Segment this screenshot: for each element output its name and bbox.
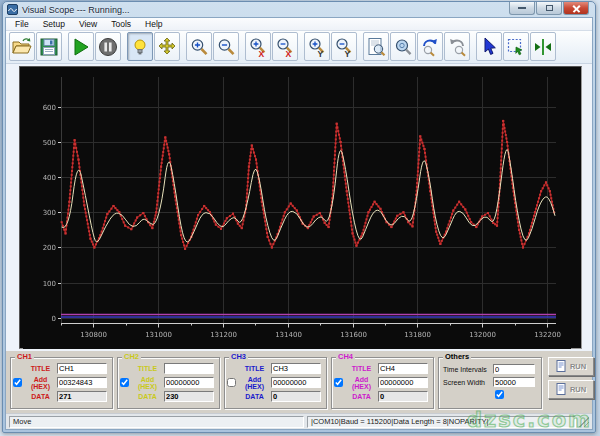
add-hex-label: Add (HEX) [238, 376, 271, 390]
ch3-add-hex-checkbox[interactable] [227, 378, 236, 387]
waveform-canvas[interactable] [23, 69, 571, 349]
channel-legend: CH3 [229, 353, 248, 361]
pause-button[interactable] [95, 32, 121, 61]
zoom-y-in-icon: Y [307, 37, 327, 57]
zoom-page-button[interactable] [363, 32, 389, 61]
ch4-title-input[interactable] [378, 363, 428, 374]
svg-text:Y: Y [318, 48, 324, 57]
channel-panel-ch1: CH1 TITLE Add (HEX) DATA [10, 357, 113, 409]
screen-width-input[interactable] [493, 377, 535, 387]
menu-file[interactable]: File [8, 18, 36, 31]
light-toggle-button[interactable] [127, 32, 153, 61]
menu-tools[interactable]: Tools [104, 18, 138, 31]
run-button-2[interactable]: RUN [548, 380, 594, 399]
data-label: DATA [131, 393, 164, 400]
ch1-title-input[interactable] [57, 363, 107, 374]
zoom-window-icon [393, 37, 413, 57]
plot-area[interactable] [19, 66, 582, 349]
others-panel: Others Time Intervals Screen Width [438, 357, 542, 409]
save-button[interactable] [36, 32, 62, 61]
zoom-redo-button[interactable] [444, 32, 470, 61]
ch3-add-hex-input[interactable] [271, 377, 321, 388]
select-region-icon [506, 37, 526, 57]
ch2-title-input[interactable] [164, 363, 214, 374]
menu-setup[interactable]: Setup [36, 18, 72, 31]
pause-icon [98, 37, 118, 57]
maximize-icon [546, 5, 553, 11]
ch2-add-hex-checkbox[interactable] [120, 378, 129, 387]
status-left: Move [9, 416, 304, 428]
open-button[interactable] [9, 32, 35, 61]
ch2-data-value [164, 391, 214, 402]
window-titlebar: Visual Scope --- Running... [3, 2, 595, 17]
zoom-y-in-button[interactable]: Y [304, 32, 330, 61]
run-buttons-column: RUN RUN [548, 357, 594, 403]
zoom-x-out-button[interactable]: X [272, 32, 298, 61]
zoom-redo-icon [447, 37, 467, 57]
menu-view[interactable]: View [72, 18, 104, 31]
minimize-icon [518, 7, 526, 9]
ch4-add-hex-checkbox[interactable] [334, 378, 343, 387]
status-connection: |COM10|Baud = 115200|Data Length = 8|NOP… [307, 416, 576, 428]
ch4-add-hex-input[interactable] [378, 377, 428, 388]
run-start-button[interactable] [68, 32, 94, 61]
channel-legend: CH1 [15, 353, 34, 361]
ch1-add-hex-checkbox[interactable] [13, 378, 22, 387]
zoom-window-button[interactable] [390, 32, 416, 61]
title-label: TITLE [238, 365, 271, 372]
zoom-x-in-button[interactable]: X [245, 32, 271, 61]
resize-grip-icon[interactable] [579, 417, 589, 427]
zoom-undo-icon [420, 37, 440, 57]
markers-button[interactable] [530, 32, 556, 61]
menu-help[interactable]: Help [138, 18, 169, 31]
folder-open-icon [12, 37, 32, 57]
maximize-button[interactable] [536, 2, 562, 15]
close-button[interactable] [563, 2, 589, 15]
zoom-out-icon [216, 37, 236, 57]
zoom-page-icon [366, 37, 386, 57]
zoom-out-button[interactable] [213, 32, 239, 61]
svg-text:Y: Y [345, 48, 351, 57]
app-icon [7, 4, 18, 15]
markers-icon [533, 37, 553, 57]
channel-panel-ch2: CH2 TITLE Add (HEX) DATA [117, 357, 220, 409]
move-button[interactable] [154, 32, 180, 61]
zoom-x-out-icon: X [275, 37, 295, 57]
window-title: Visual Scope --- Running... [22, 5, 129, 15]
window-client: File Setup View Tools Help X X Y Y [5, 17, 593, 430]
zoom-y-out-icon: Y [334, 37, 354, 57]
data-label: DATA [238, 393, 271, 400]
add-hex-label: Add (HEX) [24, 376, 57, 390]
zoom-in-button[interactable] [186, 32, 212, 61]
move-icon [157, 37, 177, 57]
channel-panel-ch4: CH4 TITLE Add (HEX) DATA [331, 357, 434, 409]
minimize-button[interactable] [509, 2, 535, 15]
zoom-y-out-button[interactable]: Y [331, 32, 357, 61]
ch2-add-hex-input[interactable] [164, 377, 214, 388]
ch1-add-hex-input[interactable] [57, 377, 107, 388]
others-extra-checkbox[interactable] [495, 390, 504, 399]
channel-legend: CH4 [336, 353, 355, 361]
title-label: TITLE [345, 365, 378, 372]
run-doc-icon [556, 360, 567, 372]
app-window: Visual Scope --- Running... File Setup V… [2, 1, 596, 433]
save-icon [39, 37, 59, 57]
add-hex-label: Add (HEX) [131, 376, 164, 390]
ch1-data-value [57, 391, 107, 402]
title-label: TITLE [24, 365, 57, 372]
cursor-button[interactable] [476, 32, 502, 61]
zoom-x-in-icon: X [248, 37, 268, 57]
zoom-in-icon [189, 37, 209, 57]
ch4-data-value [378, 391, 428, 402]
ch3-title-input[interactable] [271, 363, 321, 374]
title-label: TITLE [131, 365, 164, 372]
others-legend: Others [443, 353, 471, 361]
zoom-undo-button[interactable] [417, 32, 443, 61]
channel-legend: CH2 [122, 353, 141, 361]
time-intervals-input[interactable] [493, 364, 535, 374]
add-hex-label: Add (HEX) [345, 376, 378, 390]
close-icon [572, 4, 581, 13]
svg-text:X: X [259, 48, 265, 57]
run-button-1[interactable]: RUN [548, 357, 594, 376]
select-region-button[interactable] [503, 32, 529, 61]
